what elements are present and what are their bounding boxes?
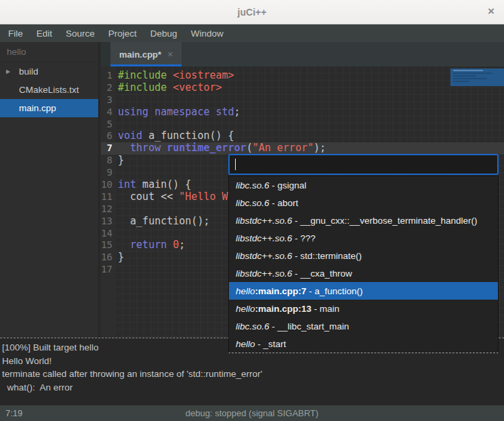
backtrace-item[interactable]: hello:main.cpp:13 - main: [229, 300, 498, 317]
line-number: 9: [101, 167, 116, 179]
backtrace-item[interactable]: libc.so.6 - __libc_start_main: [229, 317, 498, 335]
tabbar-spacer: [101, 42, 110, 66]
window-title: juCi++: [0, 0, 504, 24]
code-line[interactable]: 1#include <iostream>: [101, 70, 504, 82]
code-line[interactable]: 2#include <vector>: [101, 82, 504, 94]
code-line[interactable]: 3: [101, 94, 504, 106]
menu-source[interactable]: Source: [59, 26, 102, 41]
sidebar-item-cmakelists[interactable]: CMakeLists.txt: [0, 81, 98, 99]
menu-edit[interactable]: Edit: [30, 26, 59, 41]
line-number: 7: [101, 142, 116, 155]
debug-status: debug: stopped (signal SIGABRT): [0, 405, 504, 421]
backtrace-item[interactable]: libstdc++.so.6 - __cxa_throw: [229, 264, 498, 282]
line-number: 13: [101, 216, 116, 228]
line-number: 8: [101, 155, 116, 167]
line-number: 17: [101, 264, 116, 276]
code-line[interactable]: 5: [101, 119, 504, 131]
menu-file[interactable]: File: [1, 26, 30, 41]
menu-project[interactable]: Project: [102, 26, 144, 41]
line-number: 15: [101, 239, 116, 252]
project-sidebar: hello ▶ build CMakeLists.txt main.cpp: [0, 42, 100, 338]
line-number: 5: [101, 119, 116, 131]
terminal-line: Hello World!: [2, 355, 502, 368]
backtrace-item[interactable]: libstdc++.so.6 - ???: [229, 229, 498, 247]
code-line[interactable]: 7 throw runtime_error("An error");: [101, 142, 504, 155]
code-line[interactable]: 4using namespace std;: [101, 106, 504, 119]
line-number: 11: [101, 191, 116, 203]
backtrace-popup: libc.so.6 - gsignallibc.so.6 - abortlibs…: [228, 154, 499, 353]
line-number: 2: [101, 82, 116, 94]
line-number: 1: [101, 70, 116, 82]
titlebar: juCi++ ×: [0, 0, 504, 24]
tab-main-cpp[interactable]: main.cpp* ×: [110, 42, 182, 66]
backtrace-item[interactable]: libc.so.6 - abort: [229, 194, 498, 212]
app-window: juCi++ × File Edit Source Project Debug …: [0, 0, 504, 421]
backtrace-item[interactable]: hello - _start: [229, 335, 498, 353]
line-number: 12: [101, 203, 116, 216]
backtrace-item[interactable]: libc.so.6 - gsignal: [229, 176, 498, 194]
tab-close-icon[interactable]: ×: [167, 49, 173, 60]
backtrace-list: libc.so.6 - gsignallibc.so.6 - abortlibs…: [228, 176, 499, 353]
code-line[interactable]: 6void a_function() {: [101, 130, 504, 142]
tabbar: main.cpp* ×: [101, 42, 504, 66]
project-name: hello: [0, 42, 98, 62]
line-number: 3: [101, 94, 116, 106]
menu-window[interactable]: Window: [184, 26, 230, 41]
backtrace-search-input[interactable]: [228, 154, 499, 175]
text-caret: [235, 159, 236, 170]
close-icon[interactable]: ×: [488, 0, 495, 23]
line-number: 16: [101, 252, 116, 264]
backtrace-item[interactable]: hello:main.cpp:7 - a_function(): [229, 282, 498, 300]
backtrace-item[interactable]: libstdc++.so.6 - std::terminate(): [229, 247, 498, 264]
terminal-line: terminate called after throwing an insta…: [2, 367, 502, 381]
menu-debug[interactable]: Debug: [144, 26, 184, 41]
terminal-line: what(): An error: [2, 381, 502, 395]
expander-icon[interactable]: ▶: [6, 62, 10, 81]
line-number: 4: [101, 106, 116, 119]
menubar: File Edit Source Project Debug Window: [0, 24, 504, 42]
minimap[interactable]: [450, 68, 504, 86]
line-number: 14: [101, 228, 116, 240]
backtrace-item[interactable]: libstdc++.so.6 - __gnu_cxx::__verbose_te…: [229, 212, 498, 229]
line-number: 6: [101, 130, 116, 142]
sidebar-item-main-cpp[interactable]: main.cpp: [0, 99, 98, 117]
statusbar: 7:19 debug: stopped (signal SIGABRT): [0, 405, 504, 421]
line-number: 10: [101, 179, 116, 191]
sidebar-item-build[interactable]: ▶ build: [0, 62, 98, 81]
